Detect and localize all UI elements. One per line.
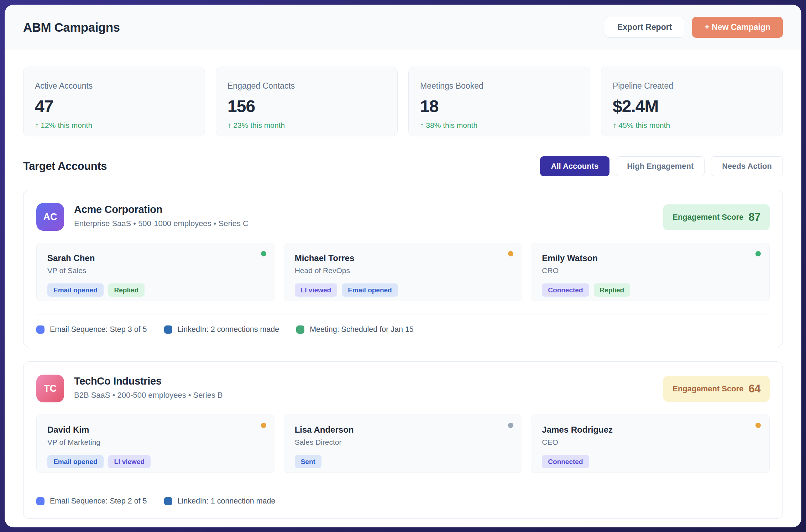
contact-name: David Kim bbox=[47, 425, 264, 435]
contact-status-dot bbox=[755, 251, 761, 256]
contacts-grid: Sarah Chen VP of Sales Email openedRepli… bbox=[36, 243, 770, 301]
contact-name: James Rodriguez bbox=[542, 425, 759, 435]
tag-connected: Connected bbox=[542, 283, 589, 297]
contact-name: Emily Watson bbox=[542, 253, 759, 263]
tag-email-opened: Email opened bbox=[47, 455, 104, 468]
contact-name: Sarah Chen bbox=[47, 253, 264, 263]
contacts-grid: David Kim VP of Marketing Email openedLI… bbox=[36, 414, 770, 473]
account-identity: TechCo Industries B2B SaaS • 200-500 emp… bbox=[74, 375, 663, 400]
contact-card-james-rodriguez: James Rodriguez CEO Connected bbox=[531, 414, 770, 473]
channel-status-text: Email Sequence: Step 2 of 5 bbox=[50, 497, 147, 506]
tag-sent: Sent bbox=[295, 455, 321, 468]
contact-title: Sales Director bbox=[295, 438, 512, 447]
channel-status-text: Email Sequence: Step 3 of 5 bbox=[50, 325, 147, 334]
engagement-score-value: 64 bbox=[749, 382, 760, 395]
contact-title: VP of Sales bbox=[47, 266, 264, 275]
contact-tags: Connected bbox=[542, 455, 759, 468]
engagement-score-label: Engagement Score bbox=[672, 213, 743, 222]
channel-status-text: LinkedIn: 1 connection made bbox=[178, 497, 276, 506]
channel-status-item: Email Sequence: Step 2 of 5 bbox=[36, 497, 147, 506]
account-header: AC Acme Corporation Enterprise SaaS • 50… bbox=[36, 203, 770, 231]
accounts-list: AC Acme Corporation Enterprise SaaS • 50… bbox=[23, 190, 783, 519]
tag-replied: Replied bbox=[594, 283, 630, 297]
page-title: ABM Campaigns bbox=[23, 20, 120, 35]
contact-status-dot bbox=[261, 423, 266, 428]
tag-li-viewed: LI viewed bbox=[108, 455, 151, 468]
export-report-button[interactable]: Export Report bbox=[605, 17, 684, 38]
channel-status-item: Email Sequence: Step 3 of 5 bbox=[36, 325, 147, 334]
account-header: TC TechCo Industries B2B SaaS • 200-500 … bbox=[36, 375, 770, 402]
engagement-score-badge: Engagement Score 87 bbox=[663, 204, 770, 230]
contact-card-sarah-chen: Sarah Chen VP of Sales Email openedRepli… bbox=[36, 243, 275, 301]
tag-email-opened: Email opened bbox=[342, 283, 398, 297]
engagement-score-value: 87 bbox=[749, 211, 760, 224]
stat-value: 47 bbox=[35, 97, 193, 116]
stat-delta-up: ↑ 45% this month bbox=[613, 121, 771, 130]
filter-tabs: All AccountsHigh EngagementNeeds Action bbox=[540, 156, 783, 176]
header: ABM Campaigns Export Report + New Campai… bbox=[5, 5, 801, 50]
contact-card-emily-watson: Emily Watson CRO ConnectedReplied bbox=[531, 243, 770, 301]
contact-card-david-kim: David Kim VP of Marketing Email openedLI… bbox=[36, 414, 275, 473]
contact-status-dot bbox=[755, 423, 761, 428]
stat-delta-up: ↑ 12% this month bbox=[35, 121, 193, 130]
channel-status-text: Meeting: Scheduled for Jan 15 bbox=[310, 325, 414, 334]
contact-title: VP of Marketing bbox=[47, 438, 264, 447]
contact-title: Head of RevOps bbox=[295, 266, 512, 275]
stat-card-active-accounts: Active Accounts 47 ↑ 12% this month bbox=[23, 67, 205, 136]
contact-title: CEO bbox=[542, 438, 759, 447]
contact-status-dot bbox=[508, 251, 513, 256]
contact-tags: ConnectedReplied bbox=[542, 283, 759, 297]
account-meta: Enterprise SaaS • 500-1000 employees • S… bbox=[74, 219, 663, 228]
tag-replied: Replied bbox=[108, 283, 145, 297]
channel-color-swatch bbox=[36, 497, 45, 505]
channel-status-item: LinkedIn: 1 connection made bbox=[164, 497, 276, 506]
tag-email-opened: Email opened bbox=[47, 283, 104, 297]
contact-status-dot bbox=[261, 251, 266, 256]
contact-status-dot bbox=[508, 423, 513, 428]
app-frame: ABM Campaigns Export Report + New Campai… bbox=[0, 0, 806, 532]
contact-tags: Sent bbox=[295, 455, 512, 468]
abm-dashboard: ABM Campaigns Export Report + New Campai… bbox=[5, 5, 801, 527]
stat-label: Engaged Contacts bbox=[227, 81, 386, 91]
new-campaign-button[interactable]: + New Campaign bbox=[692, 17, 783, 38]
account-identity: Acme Corporation Enterprise SaaS • 500-1… bbox=[74, 203, 663, 228]
account-name: TechCo Industries bbox=[74, 375, 663, 387]
contact-card-lisa-anderson: Lisa Anderson Sales Director Sent bbox=[284, 414, 523, 473]
tab-needs-action[interactable]: Needs Action bbox=[711, 156, 783, 176]
channel-status-item: LinkedIn: 2 connections made bbox=[164, 325, 279, 334]
engagement-score-badge: Engagement Score 64 bbox=[663, 376, 770, 402]
stat-value: 156 bbox=[227, 97, 386, 116]
target-accounts-header: Target Accounts All AccountsHigh Engagem… bbox=[23, 156, 783, 176]
stat-label: Active Accounts bbox=[35, 81, 193, 91]
stat-value: 18 bbox=[420, 97, 579, 116]
contact-name: Lisa Anderson bbox=[295, 425, 512, 435]
engagement-score-label: Engagement Score bbox=[672, 384, 743, 393]
channel-color-swatch bbox=[296, 325, 304, 334]
stat-delta-up: ↑ 23% this month bbox=[227, 121, 386, 130]
stat-card-engaged-contacts: Engaged Contacts 156 ↑ 23% this month bbox=[216, 67, 398, 136]
main-content: Active Accounts 47 ↑ 12% this month Enga… bbox=[5, 50, 801, 527]
channel-color-swatch bbox=[164, 325, 172, 334]
contact-name: Michael Torres bbox=[295, 253, 512, 263]
section-title: Target Accounts bbox=[23, 160, 107, 173]
tag-li-viewed: LI viewed bbox=[295, 283, 337, 297]
channel-color-swatch bbox=[164, 497, 172, 505]
account-card-acme-corporation: AC Acme Corporation Enterprise SaaS • 50… bbox=[23, 190, 783, 347]
stat-label: Meetings Booked bbox=[420, 81, 579, 91]
contact-tags: Email openedLI viewed bbox=[47, 455, 264, 468]
stat-value: $2.4M bbox=[613, 97, 771, 116]
contact-card-michael-torres: Michael Torres Head of RevOps LI viewedE… bbox=[284, 243, 523, 301]
tab-all-accounts[interactable]: All Accounts bbox=[540, 156, 610, 176]
account-avatar: AC bbox=[36, 203, 64, 231]
stat-delta-up: ↑ 38% this month bbox=[420, 121, 579, 130]
contact-tags: LI viewedEmail opened bbox=[295, 283, 512, 297]
stat-card-meetings-booked: Meetings Booked 18 ↑ 38% this month bbox=[408, 67, 590, 136]
tab-high-engagement[interactable]: High Engagement bbox=[616, 156, 705, 176]
stat-card-pipeline-created: Pipeline Created $2.4M ↑ 45% this month bbox=[601, 67, 783, 136]
header-actions: Export Report + New Campaign bbox=[605, 17, 783, 38]
channel-color-swatch bbox=[36, 325, 45, 334]
account-footer: Email Sequence: Step 3 of 5 LinkedIn: 2 … bbox=[36, 314, 770, 334]
account-footer: Email Sequence: Step 2 of 5 LinkedIn: 1 … bbox=[36, 486, 770, 506]
contact-title: CRO bbox=[542, 266, 759, 275]
stat-label: Pipeline Created bbox=[613, 81, 771, 91]
